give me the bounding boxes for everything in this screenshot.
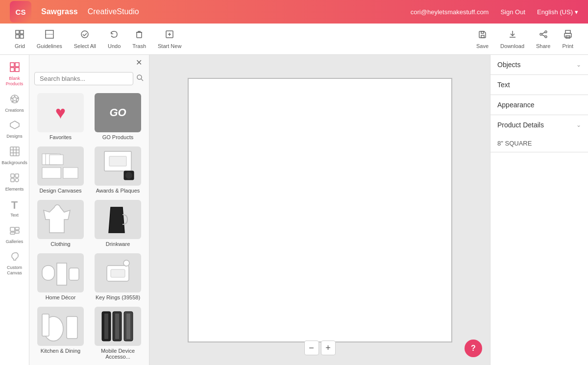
designs-icon <box>9 120 20 133</box>
svg-rect-27 <box>10 147 19 156</box>
kitchen-svg <box>40 309 81 343</box>
appearance-header[interactable]: Appearance <box>490 95 588 115</box>
grid-button[interactable]: Grid <box>10 26 30 52</box>
sign-out-button[interactable]: Sign Out <box>500 8 525 16</box>
product-mobile-device[interactable]: Mobile Device Accesso... <box>92 307 144 361</box>
download-icon <box>508 29 517 42</box>
select-all-icon <box>80 29 90 42</box>
svg-point-35 <box>15 178 19 182</box>
objects-header[interactable]: Objects ⌄ <box>490 55 588 74</box>
svg-rect-19 <box>564 33 571 37</box>
select-all-button[interactable]: Select All <box>69 26 101 52</box>
search-input[interactable] <box>34 72 133 85</box>
sidebar-item-backgrounds[interactable]: Backgrounds <box>1 143 28 169</box>
galleries-icon <box>9 225 20 238</box>
design-canvas[interactable] <box>188 78 452 342</box>
product-details-header[interactable]: Product Details ⌄ <box>490 115 588 135</box>
svg-point-13 <box>545 31 547 33</box>
panel-header: ✕ <box>29 55 149 70</box>
toolbar: Grid Guidelines Select All <box>0 24 588 55</box>
objects-arrow: ⌄ <box>576 61 581 68</box>
download-button[interactable]: Download <box>495 26 529 52</box>
appearance-section: Appearance <box>490 95 588 115</box>
svg-point-15 <box>545 36 547 38</box>
product-details-arrow: ⌄ <box>576 122 581 128</box>
help-button[interactable]: ? <box>465 340 482 357</box>
text-icon: T <box>11 199 18 212</box>
svg-rect-52 <box>57 263 67 285</box>
guidelines-button[interactable]: Guidelines <box>32 26 67 52</box>
zoom-plus-button[interactable]: + <box>321 341 336 355</box>
product-design-canvases[interactable]: Design Canvases <box>34 146 87 195</box>
svg-line-16 <box>542 32 545 34</box>
sidebar-item-creations[interactable]: Creations <box>1 91 28 116</box>
go-thumb-bg: GO <box>95 93 141 132</box>
zoom-controls: − + <box>304 341 336 355</box>
clothing-svg <box>40 202 81 237</box>
trash-button[interactable]: Trash <box>127 26 151 52</box>
cs-logo: CS <box>10 1 31 23</box>
svg-rect-3 <box>20 35 24 38</box>
product-go-products[interactable]: GO GO Products <box>92 93 144 142</box>
svg-line-41 <box>141 79 143 81</box>
svg-point-50 <box>125 172 132 179</box>
svg-rect-39 <box>10 232 15 234</box>
product-clothing[interactable]: Clothing <box>34 200 87 248</box>
start-new-button[interactable]: Start New <box>153 26 186 52</box>
backgrounds-icon <box>9 146 20 159</box>
search-bar <box>29 70 149 89</box>
right-panel: Objects ⌄ Text Appearance Product Detail… <box>490 55 588 365</box>
sidebar-item-text[interactable]: T Text <box>1 196 28 221</box>
product-kitchen-dining[interactable]: Kitchen & Dining <box>34 307 87 361</box>
trash-icon <box>134 29 144 42</box>
svg-rect-37 <box>15 227 19 230</box>
product-favorites[interactable]: ♥ Favorites <box>34 93 87 142</box>
sidebar-item-elements[interactable]: Elements <box>1 170 28 195</box>
zoom-minus-button[interactable]: − <box>304 341 319 355</box>
product-home-decor[interactable]: Home Décor <box>34 253 87 302</box>
product-drinkware[interactable]: Drinkware <box>92 200 144 248</box>
svg-rect-45 <box>42 168 61 178</box>
svg-rect-51 <box>42 266 54 280</box>
keyrings-svg <box>97 256 139 290</box>
awards-svg <box>97 149 139 183</box>
text-header[interactable]: Text <box>490 75 588 95</box>
svg-rect-11 <box>481 35 484 38</box>
nav-email: cori@heyletsmakestuff.com <box>411 8 489 16</box>
nav-brand: Sawgrass <box>41 7 78 16</box>
svg-rect-44 <box>49 155 63 165</box>
svg-rect-38 <box>15 231 19 233</box>
svg-rect-33 <box>15 174 19 177</box>
design-canvases-label: Design Canvases <box>39 188 81 194</box>
svg-point-14 <box>540 33 542 35</box>
design-canvases-thumb <box>37 146 84 186</box>
nav-left: CS Sawgrass CreativeStudio <box>10 1 139 23</box>
language-selector[interactable]: English (US) ▾ <box>537 8 578 16</box>
svg-rect-1 <box>20 30 24 34</box>
toolbar-right: Save Download Share Pri <box>471 26 578 52</box>
sidebar-item-designs[interactable]: Designs <box>1 117 28 142</box>
blank-products-panel: ✕ ♥ Favorites GO <box>29 55 149 365</box>
sidebar-item-blank-products[interactable]: Blank Products <box>1 59 28 90</box>
svg-rect-59 <box>42 314 49 336</box>
product-awards-plaques[interactable]: Awards & Plaques <box>92 146 144 195</box>
drinkware-label: Drinkware <box>106 241 130 247</box>
sidebar-item-custom-canvas[interactable]: Custom Canvas <box>1 248 28 279</box>
svg-point-56 <box>123 260 129 266</box>
kitchen-dining-thumb <box>37 307 84 346</box>
share-button[interactable]: Share <box>531 26 555 52</box>
top-nav: CS Sawgrass CreativeStudio cori@heyletsm… <box>0 0 588 24</box>
search-icon[interactable] <box>136 74 144 83</box>
svg-rect-48 <box>109 156 126 166</box>
product-details-section: Product Details ⌄ 8" SQUARE <box>490 115 588 152</box>
grid-icon <box>15 29 24 42</box>
print-button[interactable]: Print <box>557 26 578 52</box>
go-products-thumb: GO <box>95 93 141 132</box>
save-button[interactable]: Save <box>471 26 493 52</box>
undo-button[interactable]: Undo <box>103 26 125 52</box>
mobile-device-label: Mobile Device Accesso... <box>92 348 144 360</box>
sidebar-item-galleries[interactable]: Galleries <box>1 222 28 247</box>
panel-close-button[interactable]: ✕ <box>133 57 145 68</box>
nav-right: cori@heyletsmakestuff.com Sign Out Engli… <box>411 8 578 16</box>
product-key-rings[interactable]: Key Rings (39558) <box>92 253 144 302</box>
